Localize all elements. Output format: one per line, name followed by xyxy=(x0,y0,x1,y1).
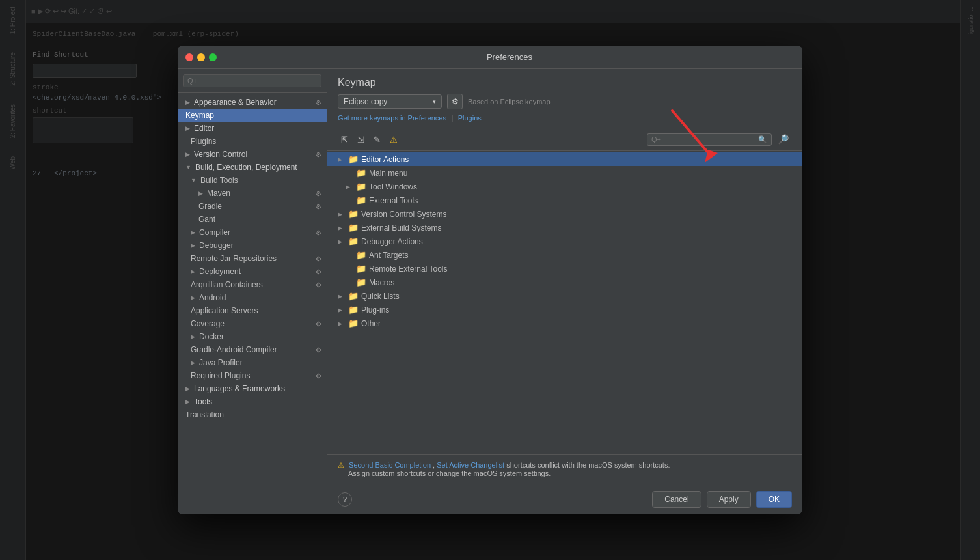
sidebar-item-coverage[interactable]: Coverage ⚙ xyxy=(178,317,327,330)
sidebar-item-build-tools[interactable]: ▼ Build Tools xyxy=(178,174,327,187)
plugins-link[interactable]: Plugins xyxy=(458,114,482,122)
sidebar-item-version-control[interactable]: ▶ Version Control ⚙ xyxy=(178,148,327,161)
folder-icon-debugger: 📁 xyxy=(348,236,359,246)
keymap-title: Keymap xyxy=(338,77,792,89)
sidebar-item-android[interactable]: ▶ Android xyxy=(178,291,327,304)
tree-item-version-control-systems[interactable]: ▶ 📁 Version Control Systems xyxy=(327,207,802,221)
tree-item-debugger-actions[interactable]: ▶ 📁 Debugger Actions xyxy=(327,234,802,248)
search-icon: 🔍 xyxy=(758,135,767,144)
dialog-footer: ? Cancel Apply OK xyxy=(327,484,802,514)
keymap-search-input[interactable] xyxy=(651,135,755,143)
window-maximize-button[interactable] xyxy=(209,53,217,61)
based-on-text: Based on Eclipse keymap xyxy=(468,98,551,105)
tree-item-external-build-systems[interactable]: ▶ 📁 External Build Systems xyxy=(327,221,802,234)
chevron-right-icon-docker: ▶ xyxy=(191,333,195,340)
sidebar-item-gradle-android[interactable]: Gradle-Android Compiler ⚙ xyxy=(178,343,327,356)
ok-button[interactable]: OK xyxy=(756,491,792,508)
set-active-changelist-link[interactable]: Set Active Changelist xyxy=(437,461,504,469)
sidebar-item-languages-frameworks[interactable]: ▶ Languages & Frameworks xyxy=(178,382,327,395)
keymap-dropdown[interactable]: Eclipse copy ▾ xyxy=(338,94,442,109)
keymaps-links-row: Get more keymaps in Preferences | Plugin… xyxy=(338,113,792,122)
cancel-button[interactable]: Cancel xyxy=(652,491,701,508)
tree-item-plug-ins[interactable]: ▶ 📁 Plug-ins xyxy=(327,303,802,316)
sidebar-item-deployment[interactable]: ▶ Deployment ⚙ xyxy=(178,265,327,278)
settings-icon-gradle-android: ⚙ xyxy=(316,346,321,354)
chevron-right-icon: ▶ xyxy=(185,99,190,105)
tree-item-remote-external-tools[interactable]: 📁 Remote External Tools xyxy=(327,262,802,275)
folder-icon-ant: 📁 xyxy=(356,250,366,260)
window-minimize-button[interactable] xyxy=(197,53,205,61)
sidebar-item-gradle[interactable]: Gradle ⚙ xyxy=(178,200,327,213)
sidebar-item-keymap[interactable]: Keymap xyxy=(178,109,327,122)
find-shortcut-button[interactable]: 🔎 xyxy=(774,132,792,147)
tree-item-ant-targets[interactable]: 📁 Ant Targets xyxy=(327,248,802,262)
sidebar-item-compiler[interactable]: ▶ Compiler ⚙ xyxy=(178,226,327,239)
tree-item-tool-windows[interactable]: ▶ 📁 Tool Windows xyxy=(327,180,802,193)
sidebar-item-required-plugins[interactable]: Required Plugins ⚙ xyxy=(178,369,327,382)
warning-bar: ⚠ Second Basic Completion , Set Active C… xyxy=(327,454,802,484)
folder-icon-plugins: 📁 xyxy=(348,305,359,315)
sidebar-item-gant[interactable]: Gant xyxy=(178,213,327,226)
tree-item-external-tools[interactable]: 📁 External Tools xyxy=(327,193,802,207)
tree-item-macros[interactable]: 📁 Macros xyxy=(327,275,802,289)
footer-help: ? xyxy=(338,492,352,507)
sidebar-item-build-exec-deploy[interactable]: ▼ Build, Execution, Deployment xyxy=(178,161,327,174)
tree-arrow-plugins: ▶ xyxy=(338,307,346,313)
settings-icon-gradle: ⚙ xyxy=(316,203,321,210)
keymap-gear-button[interactable]: ⚙ xyxy=(447,94,463,109)
sidebar-item-editor[interactable]: ▶ Editor xyxy=(178,122,327,135)
sidebar-item-maven[interactable]: ▶ Maven ⚙ xyxy=(178,187,327,200)
folder-icon-tool-windows: 📁 xyxy=(356,182,366,191)
show-conflicts-button[interactable]: ⚠ xyxy=(387,133,401,147)
preferences-sidebar: ▶ Appearance & Behavior ⚙ Keymap ▶ Edito… xyxy=(178,69,327,514)
get-more-keymaps-link[interactable]: Get more keymaps in Preferences xyxy=(338,114,446,122)
chevron-right-icon-debugger: ▶ xyxy=(191,242,195,249)
folder-icon-other: 📁 xyxy=(348,318,359,328)
folder-icon-main-menu: 📁 xyxy=(356,168,366,178)
content-header: Keymap Eclipse copy ▾ ⚙ Based on Eclipse… xyxy=(327,69,802,128)
chevron-right-icon-android: ▶ xyxy=(191,294,195,301)
sidebar-item-docker[interactable]: ▶ Docker xyxy=(178,330,327,343)
chevron-right-icon-2: ▶ xyxy=(185,125,190,132)
folder-icon-editor-actions: 📁 xyxy=(348,154,359,164)
help-button[interactable]: ? xyxy=(338,492,352,507)
second-basic-completion-link[interactable]: Second Basic Completion xyxy=(349,461,431,469)
dialog-titlebar: Preferences xyxy=(178,46,802,69)
settings-icon-deploy: ⚙ xyxy=(316,268,321,275)
sidebar-search-area xyxy=(178,69,327,93)
tree-arrow-debugger: ▶ xyxy=(338,238,346,245)
sidebar-list: ▶ Appearance & Behavior ⚙ Keymap ▶ Edito… xyxy=(178,93,327,514)
action-toolbar: ⇱ ⇲ ✎ ⚠ 🔍 🔎 xyxy=(327,128,802,151)
sidebar-item-application-servers[interactable]: Application Servers xyxy=(178,304,327,317)
settings-icon-coverage: ⚙ xyxy=(316,320,321,328)
edit-shortcut-button[interactable]: ✎ xyxy=(370,133,384,147)
folder-icon-vcs: 📁 xyxy=(348,209,359,219)
sidebar-item-translation[interactable]: Translation xyxy=(178,408,327,421)
apply-button[interactable]: Apply xyxy=(707,491,751,508)
sidebar-item-remote-jar[interactable]: Remote Jar Repositories ⚙ xyxy=(178,252,327,265)
folder-icon-remote: 📁 xyxy=(356,264,366,273)
sidebar-item-debugger[interactable]: ▶ Debugger xyxy=(178,239,327,252)
keymap-tree-list: ▶ 📁 Editor Actions 📁 Main menu ▶ 📁 Tool … xyxy=(327,151,802,454)
tree-item-main-menu[interactable]: 📁 Main menu xyxy=(327,166,802,180)
sidebar-item-appearance-behavior[interactable]: ▶ Appearance & Behavior ⚙ xyxy=(178,96,327,109)
preferences-dialog: Preferences ▶ Appearance & Behavior ⚙ Ke… xyxy=(178,46,802,514)
tree-item-other[interactable]: ▶ 📁 Other xyxy=(327,316,802,330)
folder-icon-quick: 📁 xyxy=(348,291,359,301)
sidebar-search-input[interactable] xyxy=(183,74,321,87)
sidebar-item-arquillian[interactable]: Arquillian Containers ⚙ xyxy=(178,278,327,291)
tree-item-quick-lists[interactable]: ▶ 📁 Quick Lists xyxy=(327,289,802,303)
tree-arrow-other: ▶ xyxy=(338,320,346,327)
sidebar-item-tools[interactable]: ▶ Tools xyxy=(178,395,327,408)
dialog-body: ▶ Appearance & Behavior ⚙ Keymap ▶ Edito… xyxy=(178,69,802,514)
keymap-content: Keymap Eclipse copy ▾ ⚙ Based on Eclipse… xyxy=(327,69,802,514)
warning-detail: Assign custom shortcuts or change the ma… xyxy=(348,469,551,477)
expand-all-button[interactable]: ⇱ xyxy=(338,133,351,147)
collapse-all-button[interactable]: ⇲ xyxy=(354,133,368,147)
settings-icon-compiler: ⚙ xyxy=(316,229,321,236)
sidebar-item-java-profiler[interactable]: ▶ Java Profiler xyxy=(178,356,327,369)
sidebar-item-plugins[interactable]: Plugins xyxy=(178,135,327,148)
tree-item-editor-actions[interactable]: ▶ 📁 Editor Actions xyxy=(327,152,802,166)
window-close-button[interactable] xyxy=(185,53,193,61)
settings-icon-maven: ⚙ xyxy=(316,190,321,197)
